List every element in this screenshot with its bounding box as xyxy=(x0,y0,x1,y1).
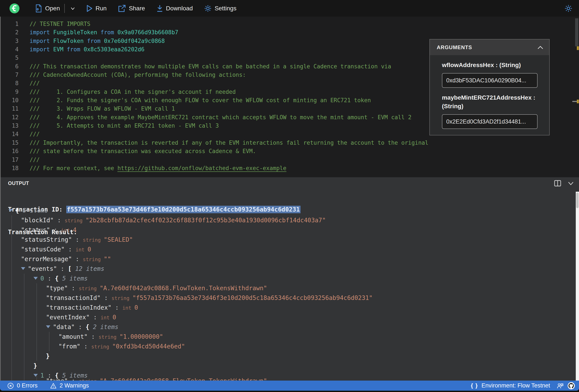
code-line: 8/// xyxy=(1,79,428,88)
json-item-count: 2 items xyxy=(89,324,119,331)
json-row[interactable]: "from" : string "0xfd3b4cd50d44e6ed" xyxy=(1,341,575,351)
json-separator: : xyxy=(88,333,99,340)
arguments-panel-header[interactable]: ARGUMENTS xyxy=(430,40,549,55)
json-type-label: int xyxy=(101,315,112,320)
json-row[interactable]: "amount" : string "1.00000000" xyxy=(1,332,575,341)
line-number: 5 xyxy=(1,54,19,62)
warnings-count[interactable]: 2 Warnings xyxy=(60,382,89,389)
json-row[interactable]: "type" : string "A.7e60df042a9c0868.Flow… xyxy=(1,376,575,381)
warnings-icon xyxy=(50,383,57,389)
json-item-count: 6 items xyxy=(19,207,48,214)
json-row[interactable]: } xyxy=(1,351,575,361)
line-number: 9 xyxy=(1,88,19,96)
expand-triangle-icon[interactable] xyxy=(46,325,50,328)
open-button[interactable]: Open xyxy=(35,4,60,12)
code-token: /// For more context, see xyxy=(30,165,117,171)
json-separator: : xyxy=(90,314,101,321)
code-line: 10/// 2. Funds the signer's COA with eno… xyxy=(1,96,428,105)
download-button[interactable]: Download xyxy=(156,4,193,12)
share-button[interactable]: Share xyxy=(118,4,145,12)
expand-triangle-icon[interactable] xyxy=(21,267,25,270)
json-type-label: int xyxy=(122,305,134,311)
github-icon[interactable] xyxy=(567,382,575,390)
json-value: 0 xyxy=(112,314,116,321)
json-separator: : xyxy=(54,217,65,224)
code-line: 2import FungibleToken from 0x9a0766d93b6… xyxy=(1,28,428,37)
argument-input[interactable] xyxy=(442,73,538,88)
code-token: /// Importantly, the transaction is reve… xyxy=(30,140,428,146)
json-row[interactable]: "status" : int 4 xyxy=(1,225,575,235)
code-text: import FlowToken from 0x7e60df042a9c0868 xyxy=(30,37,165,45)
json-row[interactable]: "blockId" : string "2b28cbfb87da2cfec4f0… xyxy=(1,215,575,225)
indent-guide xyxy=(36,351,37,361)
output-scrollbar-track[interactable] xyxy=(576,192,579,381)
run-label: Run xyxy=(96,5,107,12)
json-row[interactable]: "events" : [ 12 items xyxy=(1,264,575,274)
flow-runner-window: Open Run Share Downloa xyxy=(0,0,579,392)
json-brace: } xyxy=(33,362,37,369)
json-row[interactable]: "statusCode" : int 0 xyxy=(1,244,575,254)
json-row[interactable]: 0 : { 5 items xyxy=(1,274,575,283)
code-text: /// For more context, see https://github… xyxy=(30,164,287,172)
indent-guide xyxy=(11,274,12,283)
code-line: 5 xyxy=(1,54,428,62)
json-row[interactable]: "transactionId" : string "f557a1573b76aa… xyxy=(1,293,575,303)
code-line: 18/// For more context, see https://gith… xyxy=(1,164,428,172)
indent-guide xyxy=(49,332,49,341)
indent-guide xyxy=(11,225,12,235)
json-row[interactable]: "data" : { 2 items xyxy=(1,322,575,332)
expand-triangle-icon[interactable] xyxy=(8,209,13,212)
indent-guide xyxy=(24,283,24,293)
settings-label: Settings xyxy=(215,5,236,12)
json-row[interactable]: "type" : string "A.7e60df042a9c0868.Flow… xyxy=(1,283,575,293)
open-dropdown-button[interactable] xyxy=(70,5,76,12)
line-number: 14 xyxy=(1,130,19,138)
editor-scrollbar-thumb[interactable] xyxy=(575,18,578,46)
collapse-output-chevron-icon[interactable] xyxy=(567,180,574,186)
indent-guide xyxy=(24,293,24,303)
json-separator: : xyxy=(57,265,68,272)
json-separator: : xyxy=(68,285,79,292)
json-key: "statusCode" xyxy=(21,246,65,253)
environment-label[interactable]: Environment: Flow Testnet xyxy=(481,382,550,389)
warning-marker xyxy=(577,100,579,103)
json-brace: } xyxy=(46,352,50,360)
indent-guide xyxy=(11,235,12,244)
code-line: 6/// This transaction demonstrates how m… xyxy=(1,62,428,71)
indent-guide xyxy=(36,283,37,293)
code-text: /// Importantly, the transaction is reve… xyxy=(30,139,428,147)
json-separator: : xyxy=(72,236,83,243)
output-scrollbar-thumb[interactable] xyxy=(576,193,579,208)
split-panel-icon[interactable] xyxy=(554,180,561,187)
json-row[interactable]: "transactionIndex" : int 0 xyxy=(1,303,575,312)
code-token: /// 1. Configures a COA in the signer's … xyxy=(30,89,236,95)
theme-toggle-button[interactable] xyxy=(564,4,573,12)
line-number: 6 xyxy=(1,62,19,71)
json-row[interactable]: "eventIndex" : int 0 xyxy=(1,312,575,322)
code-token: import xyxy=(30,46,53,53)
json-row[interactable]: "errorMessage" : string "" xyxy=(1,254,575,264)
run-button[interactable]: Run xyxy=(86,5,107,12)
download-label: Download xyxy=(166,5,193,12)
indent-guide xyxy=(36,332,37,341)
code-link[interactable]: https://github.com/onflow/batched-evm-ex… xyxy=(117,165,287,171)
code-token: /// 3. Wraps FLOW as WFLOW - EVM call 1 xyxy=(30,106,175,112)
json-row[interactable]: "statusString" : string "SEALED" xyxy=(1,235,575,244)
json-row[interactable]: } xyxy=(1,361,575,371)
code-text: import FungibleToken from 0x9a0766d93b66… xyxy=(30,28,178,37)
chevron-down-icon xyxy=(70,5,76,12)
code-token: from xyxy=(101,29,117,36)
errors-count[interactable]: 0 Errors xyxy=(17,382,38,389)
output-title: OUTPUT xyxy=(8,180,29,186)
expand-triangle-icon[interactable] xyxy=(33,277,38,280)
json-type-label: string xyxy=(83,257,104,262)
code-editor[interactable]: 1// TESTNET IMPORTS2import FungibleToken… xyxy=(0,17,579,177)
feedback-icon[interactable] xyxy=(557,382,564,389)
code-token: /// CadenceOwnedAccount (COA), performin… xyxy=(30,72,246,78)
settings-button[interactable]: Settings xyxy=(204,4,236,12)
json-type-label: string xyxy=(111,295,132,301)
json-row[interactable]: { 6 items xyxy=(1,206,575,215)
json-separator: : xyxy=(72,256,83,263)
chevron-up-icon[interactable] xyxy=(537,45,544,50)
argument-input[interactable] xyxy=(442,114,538,129)
